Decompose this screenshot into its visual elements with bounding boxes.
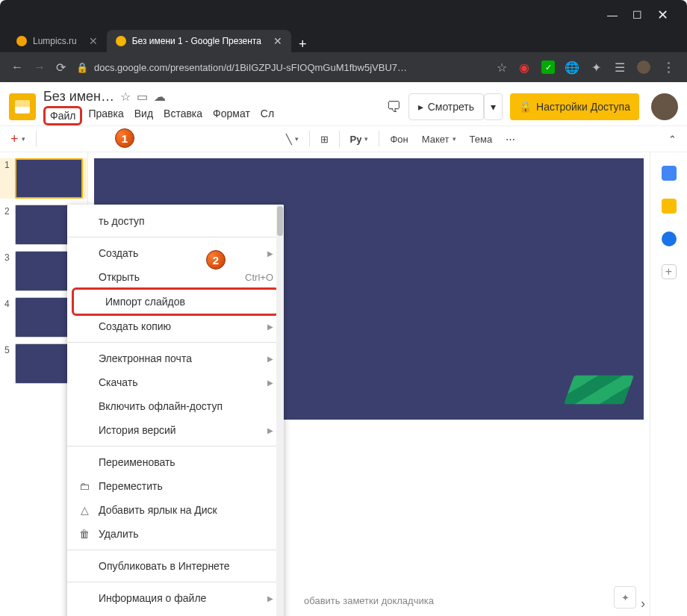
add-addon-icon[interactable]: +: [662, 264, 677, 279]
layout-button[interactable]: Макет▾: [419, 132, 459, 146]
menu-item-rename[interactable]: Переименовать: [67, 450, 284, 474]
move-icon[interactable]: ▭: [137, 90, 148, 104]
maze-image: [564, 376, 634, 404]
browser-tab-2[interactable]: Без имени 1 - Google Презента ✕: [107, 30, 291, 52]
slide-thumbnail[interactable]: 1: [0, 158, 87, 199]
annotation-marker-1: 1: [115, 128, 134, 148]
side-panel: +: [650, 152, 687, 616]
calendar-icon[interactable]: [662, 166, 677, 181]
addon-button[interactable]: Py▾: [347, 132, 372, 146]
scrollbar[interactable]: [276, 205, 284, 616]
new-slide-button[interactable]: +▾: [7, 130, 28, 149]
menu-item-delete[interactable]: 🗑Удалить: [67, 522, 284, 546]
profile-avatar[interactable]: [637, 60, 650, 74]
line-tool[interactable]: ╲▾: [283, 132, 302, 146]
extension-icon[interactable]: ✓: [541, 60, 555, 74]
theme-button[interactable]: Тема: [467, 132, 496, 146]
cloud-icon[interactable]: ☁: [154, 90, 166, 104]
document-title[interactable]: Без имен…: [43, 89, 114, 105]
tab-label: Lumpics.ru: [33, 36, 77, 46]
url-text: docs.google.com/presentation/d/1BiIGZPJU…: [94, 62, 407, 73]
annotation-marker-2: 2: [206, 250, 226, 270]
menu-item-publish[interactable]: Опубликовать в Интернете: [67, 554, 284, 578]
forward-button[interactable]: →: [34, 60, 46, 74]
extensions-icon[interactable]: ✦: [589, 60, 603, 74]
window-maximize[interactable]: ☐: [632, 9, 642, 21]
menu-file[interactable]: Файл: [43, 106, 82, 125]
menu-item-move[interactable]: 🗀Переместить: [67, 474, 284, 498]
tasks-icon[interactable]: [662, 231, 677, 246]
favicon-icon: [16, 36, 27, 46]
menubar: Файл Правка Вид Вставка Формат Сл: [43, 106, 279, 125]
back-button[interactable]: ←: [11, 60, 23, 74]
menu-item-offline[interactable]: Включить офлайн-доступ: [67, 394, 284, 418]
browser-tab-1[interactable]: Lumpics.ru ✕: [7, 30, 107, 52]
reading-list-icon[interactable]: ☰: [613, 60, 627, 74]
file-menu: ть доступ Создать▶ ОткрытьCtrl+O Импорт …: [67, 205, 284, 616]
menu-item-info[interactable]: Информация о файле▶: [67, 586, 284, 610]
window-minimize[interactable]: —: [607, 9, 618, 21]
menu-item-versions[interactable]: История версий▶: [67, 418, 284, 442]
menu-item-import-slides[interactable]: Импорт слайдов: [72, 287, 279, 316]
textbox-tool[interactable]: ⊞: [317, 132, 332, 146]
more-tools[interactable]: ⋯: [503, 132, 518, 146]
menu-view[interactable]: Вид: [130, 106, 158, 125]
menu-insert[interactable]: Вставка: [159, 106, 207, 125]
play-icon: ▸: [418, 101, 423, 113]
menu-item-download[interactable]: Скачать▶: [67, 370, 284, 394]
reload-button[interactable]: ⟳: [56, 60, 66, 75]
star-icon[interactable]: ☆: [497, 60, 507, 75]
keep-icon[interactable]: [662, 199, 677, 214]
background-button[interactable]: Фон: [387, 132, 411, 146]
extension-icon[interactable]: 🌐: [565, 60, 579, 74]
menu-item-share[interactable]: ть доступ: [67, 209, 284, 233]
close-icon[interactable]: ✕: [273, 35, 282, 47]
collapse-toolbar[interactable]: ⌃: [665, 132, 680, 146]
window-close[interactable]: ✕: [657, 7, 668, 23]
new-tab-button[interactable]: +: [291, 37, 314, 52]
present-button[interactable]: ▸ Смотреть: [408, 93, 484, 120]
address-bar[interactable]: 🔒 docs.google.com/presentation/d/1BiIGZP…: [76, 62, 486, 73]
trash-icon: 🗑: [78, 527, 91, 541]
tab-label: Без имени 1 - Google Презента: [132, 36, 261, 46]
menu-item-add-drive[interactable]: △Добавить ярлык на Диск: [67, 498, 284, 522]
menu-item-open[interactable]: ОткрытьCtrl+O: [67, 265, 284, 289]
lock-icon: 🔒: [519, 101, 532, 113]
menu-item-email[interactable]: Электронная почта▶: [67, 346, 284, 370]
menu-slide[interactable]: Сл: [256, 106, 279, 125]
close-icon[interactable]: ✕: [89, 35, 98, 47]
lock-icon: 🔒: [76, 62, 88, 73]
explore-button[interactable]: ✦: [614, 586, 636, 609]
favicon-icon: [116, 36, 126, 46]
comments-icon[interactable]: 🗨: [386, 99, 401, 116]
scroll-right[interactable]: ›: [641, 596, 645, 612]
menu-edit[interactable]: Правка: [84, 106, 128, 125]
menu-item-new[interactable]: Создать▶: [67, 241, 284, 265]
browser-menu-icon[interactable]: [661, 60, 676, 75]
slides-logo-icon[interactable]: [9, 93, 36, 120]
menu-item-make-copy[interactable]: Создать копию▶: [67, 314, 284, 338]
toolbar: +▾ ╲▾ ⊞ Py▾ Фон Макет▾ Тема ⋯ ⌃: [0, 125, 687, 152]
extension-icon[interactable]: ◉: [517, 60, 531, 74]
present-dropdown[interactable]: ▾: [484, 93, 503, 120]
folder-icon: 🗀: [78, 479, 91, 493]
share-button[interactable]: 🔒 Настройки Доступа: [510, 93, 639, 120]
menu-item-language[interactable]: Язык▶: [67, 610, 284, 616]
account-avatar[interactable]: [651, 93, 678, 120]
star-icon[interactable]: ☆: [120, 90, 131, 104]
menu-format[interactable]: Формат: [208, 106, 255, 125]
drive-icon: △: [78, 503, 91, 517]
